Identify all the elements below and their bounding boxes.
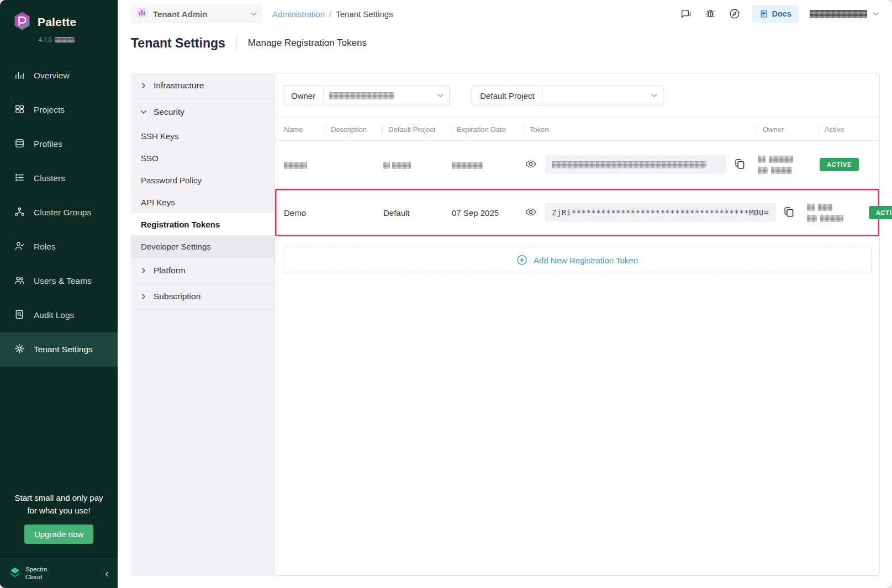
upgrade-now-button[interactable]: Upgrade now — [24, 525, 93, 544]
default-project-filter-select[interactable] — [542, 86, 663, 105]
column-header-active: Active — [819, 125, 872, 134]
chevron-down-icon — [251, 12, 257, 16]
settings-group-label: Platform — [154, 266, 186, 276]
settings-item-password-policy[interactable]: Password Policy — [131, 169, 275, 191]
audit-logs-icon — [14, 309, 25, 322]
settings-item-sso[interactable]: SSO — [131, 147, 275, 169]
table-row[interactable]: ACTIVE — [275, 141, 879, 189]
settings-group-subscription[interactable]: Subscription — [131, 284, 275, 310]
add-registration-token-label: Add New Registration Token — [534, 256, 638, 265]
sidebar-item-roles[interactable]: Roles — [0, 230, 118, 264]
settings-group-infrastructure[interactable]: Infrastructure — [131, 73, 275, 99]
sidebar-collapse-button[interactable]: ‹ — [105, 567, 109, 580]
reveal-token-eye-icon[interactable] — [525, 158, 538, 171]
docs-button[interactable]: Docs — [752, 5, 799, 23]
scope-label: Tenant Admin — [153, 9, 245, 19]
column-header-owner: Owner — [757, 125, 819, 134]
add-registration-token-button[interactable]: Add New Registration Token — [283, 247, 872, 273]
cell-name — [283, 160, 325, 169]
sidebar-item-overview[interactable]: Overview — [0, 59, 118, 93]
owner-filter-select[interactable] — [323, 86, 449, 105]
chevron-right-icon — [141, 83, 146, 88]
topbar: Tenant Admin Administration / Tenant Set… — [118, 0, 892, 28]
settings-group-platform[interactable]: Platform — [131, 258, 275, 284]
chevron-down-icon — [651, 93, 657, 98]
registration-tokens-panel: Owner Default Project Name — [275, 73, 880, 576]
redacted-version-suffix — [55, 37, 75, 43]
cell-token — [524, 155, 757, 174]
column-header-default-project: Default Project — [382, 125, 451, 134]
projects-icon — [14, 104, 25, 116]
breadcrumb-administration-link[interactable]: Administration — [272, 9, 325, 19]
bug-report-icon[interactable] — [704, 7, 717, 20]
sidebar-item-tenant-settings[interactable]: Tenant Settings — [0, 332, 118, 367]
chevron-right-icon — [141, 294, 146, 299]
document-icon — [759, 9, 768, 18]
palette-logo-icon — [12, 11, 32, 33]
sidebar-item-label: Cluster Groups — [34, 208, 91, 218]
sidebar-item-audit-logs[interactable]: Audit Logs — [0, 298, 118, 332]
promo-text-line2: for what you use! — [8, 504, 110, 517]
roles-icon — [14, 241, 25, 253]
sidebar: Palette 4.7.0 Overview Projects Profiles… — [0, 0, 118, 588]
cell-token: ZjRi************************************… — [524, 203, 806, 222]
cluster-groups-icon — [14, 206, 25, 219]
cell-expiration-date: 07 Sep 2025 — [451, 208, 524, 218]
settings-group-label: Infrastructure — [154, 81, 204, 91]
profiles-icon — [14, 138, 25, 151]
settings-item-api-keys[interactable]: API Keys — [131, 191, 275, 213]
settings-item-ssh-keys[interactable]: SSH Keys — [131, 125, 275, 147]
overview-chart-icon — [14, 70, 25, 82]
version-label: 4.7.0 — [0, 33, 118, 43]
chevron-down-icon — [141, 109, 146, 115]
app-window: Palette 4.7.0 Overview Projects Profiles… — [0, 0, 892, 588]
sidebar-item-profiles[interactable]: Profiles — [0, 127, 118, 161]
sidebar-nav: Overview Projects Profiles Clusters Clus… — [0, 59, 118, 367]
cell-default-project — [382, 160, 451, 169]
docs-label: Docs — [772, 9, 791, 18]
copy-token-icon[interactable] — [783, 205, 797, 220]
breadcrumb: Administration / Tenant Settings — [272, 9, 393, 19]
content: Infrastructure Security SSH Keys SSO Pas… — [118, 59, 892, 588]
footer-brand-line2: Cloud — [25, 574, 47, 581]
token-value-field: ZjRi************************************… — [545, 203, 775, 222]
settings-nav: Infrastructure Security SSH Keys SSO Pas… — [131, 73, 275, 576]
clusters-icon — [14, 172, 25, 185]
page-title: Tenant Settings — [131, 36, 225, 51]
cell-owner — [806, 204, 868, 222]
sidebar-item-clusters[interactable]: Clusters — [0, 161, 118, 195]
brand-name: Palette — [38, 15, 76, 29]
column-header-description: Description — [325, 125, 382, 134]
owner-filter: Owner — [283, 86, 450, 105]
scope-selector[interactable]: Tenant Admin — [131, 4, 262, 23]
upgrade-promo: Start small and only pay for what you us… — [0, 491, 118, 550]
settings-item-developer-settings[interactable]: Developer Settings — [131, 235, 275, 257]
redacted-owner-filter-value — [329, 92, 394, 99]
redacted-user-name — [810, 10, 867, 18]
users-teams-icon — [14, 275, 25, 288]
settings-group-security[interactable]: Security — [131, 99, 275, 125]
reveal-token-eye-icon[interactable] — [525, 206, 538, 219]
security-items: SSH Keys SSO Password Policy API Keys Re… — [131, 125, 275, 258]
column-header-name: Name — [283, 125, 325, 134]
sidebar-item-label: Clusters — [34, 173, 65, 183]
page-subtitle: Manage Registration Tokens — [248, 38, 367, 49]
sidebar-item-projects[interactable]: Projects — [0, 93, 118, 127]
breadcrumb-current: Tenant Settings — [336, 9, 393, 19]
sidebar-item-users-teams[interactable]: Users & Teams — [0, 264, 118, 298]
sidebar-item-cluster-groups[interactable]: Cluster Groups — [0, 195, 118, 230]
page-header: Tenant Settings Manage Registration Toke… — [118, 28, 892, 59]
copy-token-icon[interactable] — [733, 157, 748, 172]
topbar-actions: Docs — [679, 5, 879, 23]
brand: Palette — [0, 0, 118, 33]
explore-compass-icon[interactable] — [728, 7, 741, 20]
sidebar-item-label: Profiles — [34, 139, 62, 149]
scope-grid-icon — [136, 7, 147, 20]
settings-item-registration-tokens[interactable]: Registration Tokens — [131, 213, 275, 235]
user-menu[interactable] — [810, 10, 879, 18]
table-row-demo[interactable]: Demo Default 07 Sep 2025 ZjRi***********… — [275, 189, 879, 237]
cell-owner — [757, 156, 819, 174]
chevron-right-icon — [141, 268, 146, 273]
feedback-chat-icon[interactable] — [679, 7, 693, 20]
sidebar-item-label: Roles — [34, 242, 56, 252]
